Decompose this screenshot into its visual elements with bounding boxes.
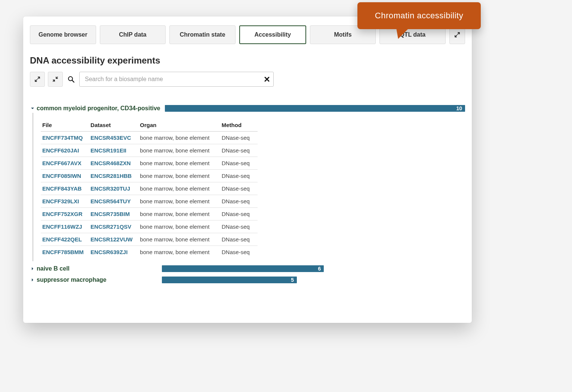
organ-cell: bone marrow, bone element — [138, 170, 220, 182]
callout-chromatin-accessibility: Chromatin accessibility — [357, 2, 481, 29]
caret-right-icon — [30, 267, 35, 271]
file-link[interactable]: ENCFF667AVX — [41, 157, 89, 170]
organ-cell: bone marrow, bone element — [138, 157, 220, 170]
search-wrap — [79, 72, 274, 87]
file-link[interactable]: ENCFF329LXI — [41, 195, 89, 208]
dataset-link[interactable]: ENCSR191EII — [89, 144, 138, 157]
method-cell: DNase-seq — [220, 220, 258, 233]
organ-cell: bone marrow, bone element — [138, 233, 220, 246]
caret-down-icon — [30, 107, 35, 110]
callout-text: Chromatin accessibility — [375, 11, 463, 21]
tab-label: Accessibility — [254, 31, 291, 38]
expand-icon — [454, 32, 460, 38]
file-link[interactable]: ENCFF734TMQ — [41, 132, 89, 144]
group-title: common myeloid progenitor, CD34-positive — [37, 105, 160, 112]
section-title: DNA accessibility experiments — [30, 55, 465, 66]
method-cell: DNase-seq — [220, 195, 258, 208]
method-cell: DNase-seq — [220, 233, 258, 246]
organ-cell: bone marrow, bone element — [138, 144, 220, 157]
search-clear-button[interactable] — [264, 76, 270, 82]
organ-cell: bone marrow, bone element — [138, 220, 220, 233]
collapse-all-button[interactable] — [48, 72, 63, 87]
dataset-link[interactable]: ENCSR468ZXN — [89, 157, 138, 170]
table-row: ENCFF667AVXENCSR468ZXNbone marrow, bone … — [41, 157, 258, 170]
group-bar: 6 — [162, 265, 324, 272]
dataset-link[interactable]: ENCSR639ZJI — [89, 246, 138, 259]
svg-line-1 — [72, 80, 74, 82]
method-cell: DNase-seq — [220, 208, 258, 220]
tab-label: Motifs — [334, 31, 351, 38]
tab-chromatin-state[interactable]: Chromatin state — [169, 25, 236, 44]
dataset-link[interactable]: ENCSR320TUJ — [89, 182, 138, 195]
column-header-organ: Organ — [138, 119, 220, 132]
tab-accessibility[interactable]: Accessibility — [239, 25, 306, 44]
group-title: naive B cell — [37, 265, 157, 272]
group-header[interactable]: suppressor macrophage5 — [30, 275, 465, 284]
dataset-link[interactable]: ENCSR281HBB — [89, 170, 138, 182]
groups-container: common myeloid progenitor, CD34-positive… — [30, 104, 465, 284]
column-header-method: Method — [220, 119, 258, 132]
tab-label: Chromatin state — [180, 31, 225, 38]
organ-cell: bone marrow, bone element — [138, 182, 220, 195]
collapse-icon — [52, 76, 58, 82]
method-cell: DNase-seq — [220, 132, 258, 144]
method-cell: DNase-seq — [220, 246, 258, 259]
tab-chip-data[interactable]: ChIP data — [100, 25, 166, 44]
group-bar: 10 — [165, 105, 465, 112]
table-row: ENCFF085IWNENCSR281HBBbone marrow, bone … — [41, 170, 258, 182]
organ-cell: bone marrow, bone element — [138, 208, 220, 220]
callout-tail — [394, 26, 411, 39]
file-link[interactable]: ENCFF843YAB — [41, 182, 89, 195]
biosample-group: suppressor macrophage5 — [30, 275, 465, 284]
group-header[interactable]: naive B cell6 — [30, 264, 465, 273]
caret-right-icon — [30, 278, 35, 282]
dataset-link[interactable]: ENCSR122VUW — [89, 233, 138, 246]
organ-cell: bone marrow, bone element — [138, 195, 220, 208]
file-link[interactable]: ENCFF752XGR — [41, 208, 89, 220]
method-cell: DNase-seq — [220, 170, 258, 182]
file-link[interactable]: ENCFF085IWN — [41, 170, 89, 182]
column-header-file: File — [41, 119, 89, 132]
group-header[interactable]: common myeloid progenitor, CD34-positive… — [30, 104, 465, 113]
organ-cell: bone marrow, bone element — [138, 246, 220, 259]
group-count: 6 — [318, 266, 321, 272]
dataset-link[interactable]: ENCSR735BIM — [89, 208, 138, 220]
method-cell: DNase-seq — [220, 144, 258, 157]
search-icon — [66, 76, 76, 83]
biosample-group: naive B cell6 — [30, 264, 465, 273]
expand-all-button[interactable] — [30, 72, 45, 87]
group-table-wrap: FileDatasetOrganMethodENCFF734TMQENCSR45… — [33, 113, 465, 261]
tab-label: ChIP data — [119, 31, 147, 38]
dataset-link[interactable]: ENCSR271QSV — [89, 220, 138, 233]
group-bar: 5 — [162, 277, 297, 283]
biosample-group: common myeloid progenitor, CD34-positive… — [30, 104, 465, 261]
method-cell: DNase-seq — [220, 157, 258, 170]
table-row: ENCFF620JAIENCSR191EIIbone marrow, bone … — [41, 144, 258, 157]
dataset-link[interactable]: ENCSR564TUY — [89, 195, 138, 208]
toolbar — [30, 72, 465, 87]
dataset-link[interactable]: ENCSR453EVC — [89, 132, 138, 144]
organ-cell: bone marrow, bone element — [138, 132, 220, 144]
close-icon — [264, 76, 270, 82]
table-row: ENCFF843YABENCSR320TUJbone marrow, bone … — [41, 182, 258, 195]
method-cell: DNase-seq — [220, 182, 258, 195]
file-link[interactable]: ENCFF620JAI — [41, 144, 89, 157]
tab-genome-browser[interactable]: Genome browser — [30, 25, 96, 44]
group-count: 5 — [291, 277, 294, 283]
search-input[interactable] — [79, 72, 274, 87]
expand-icon — [34, 76, 40, 82]
main-panel: Genome browserChIP dataChromatin stateAc… — [23, 16, 472, 323]
tab-label: Genome browser — [39, 31, 87, 38]
table-row: ENCFF734TMQENCSR453EVCbone marrow, bone … — [41, 132, 258, 144]
table-row: ENCFF785BMMENCSR639ZJIbone marrow, bone … — [41, 246, 258, 259]
table-row: ENCFF422QELENCSR122VUWbone marrow, bone … — [41, 233, 258, 246]
table-row: ENCFF752XGRENCSR735BIMbone marrow, bone … — [41, 208, 258, 220]
table-row: ENCFF329LXIENCSR564TUYbone marrow, bone … — [41, 195, 258, 208]
file-link[interactable]: ENCFF116WZJ — [41, 220, 89, 233]
experiments-table: FileDatasetOrganMethodENCFF734TMQENCSR45… — [41, 119, 258, 258]
file-link[interactable]: ENCFF785BMM — [41, 246, 89, 259]
file-link[interactable]: ENCFF422QEL — [41, 233, 89, 246]
column-header-dataset: Dataset — [89, 119, 138, 132]
table-row: ENCFF116WZJENCSR271QSVbone marrow, bone … — [41, 220, 258, 233]
group-count: 10 — [456, 105, 462, 111]
